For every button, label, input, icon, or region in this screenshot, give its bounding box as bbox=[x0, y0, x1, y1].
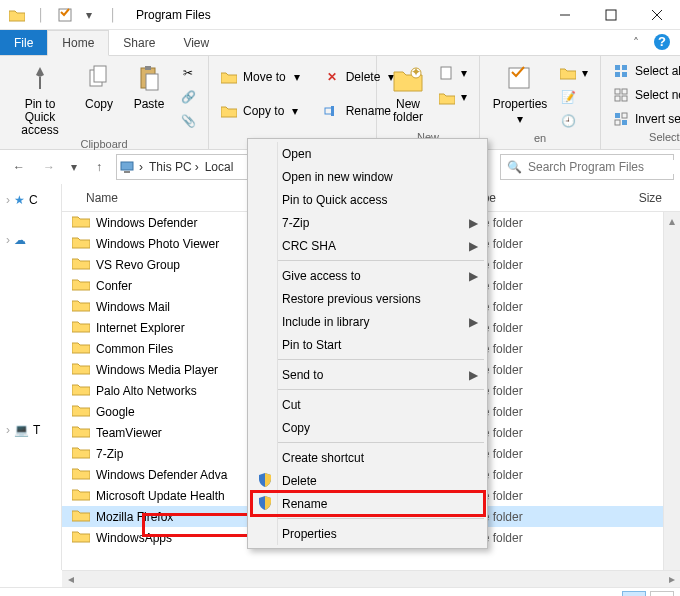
tab-home[interactable]: Home bbox=[47, 30, 109, 56]
menu-item[interactable]: Create shortcut bbox=[252, 446, 484, 469]
menu-item[interactable]: Cut bbox=[252, 393, 484, 416]
new-folder-button[interactable]: ✦ New folder bbox=[385, 60, 431, 124]
svg-rect-27 bbox=[121, 162, 133, 170]
qat-dropdown-icon[interactable]: ▾ bbox=[80, 4, 98, 26]
scroll-left-icon[interactable]: ◂ bbox=[62, 571, 79, 587]
tab-view[interactable]: View bbox=[169, 30, 223, 55]
tab-file[interactable]: File bbox=[0, 30, 47, 55]
move-to-button[interactable]: Move to▾ bbox=[217, 66, 304, 88]
collapse-ribbon-icon[interactable]: ˄ bbox=[622, 30, 650, 55]
cut-button[interactable]: ✂ bbox=[176, 62, 200, 84]
open-button[interactable]: ▾ bbox=[556, 62, 592, 84]
menu-label: Restore previous versions bbox=[282, 292, 421, 306]
copy-to-button[interactable]: Copy to▾ bbox=[217, 100, 304, 122]
group-new: ✦ New folder ▾ ▾ New bbox=[377, 56, 480, 149]
menu-label: CRC SHA bbox=[282, 239, 336, 253]
pin-label: Pin to Quick access bbox=[8, 98, 72, 138]
recent-locations-button[interactable]: ▾ bbox=[66, 154, 82, 180]
menu-item[interactable]: Rename bbox=[252, 492, 484, 515]
menu-separator bbox=[278, 389, 484, 390]
copy-path-button[interactable]: 🔗 bbox=[176, 86, 200, 108]
search-input[interactable] bbox=[528, 160, 678, 174]
menu-item[interactable]: Open in new window bbox=[252, 165, 484, 188]
folder-icon bbox=[72, 445, 90, 462]
select-all-button[interactable]: Select all bbox=[609, 60, 680, 82]
menu-item[interactable]: Properties bbox=[252, 522, 484, 545]
tab-share[interactable]: Share bbox=[109, 30, 169, 55]
star-icon: ★ bbox=[14, 193, 25, 207]
crumb-this-pc[interactable]: This PC › bbox=[146, 160, 202, 174]
paste-button[interactable]: Paste bbox=[126, 60, 172, 111]
menu-item[interactable]: Copy bbox=[252, 416, 484, 439]
tree-onedrive[interactable]: ›☁ bbox=[2, 230, 59, 250]
menu-item[interactable]: CRC SHA▶ bbox=[252, 234, 484, 257]
horizontal-scrollbar[interactable]: ◂ ▸ bbox=[62, 570, 680, 587]
address-bar[interactable]: › This PC › Local bbox=[116, 154, 248, 180]
tree-this-pc[interactable]: ›💻T bbox=[2, 420, 59, 440]
file-name: Palo Alto Networks bbox=[96, 384, 197, 398]
easy-access-button[interactable]: ▾ bbox=[435, 86, 471, 108]
file-name: Microsoft Update Health bbox=[96, 489, 225, 503]
menu-label: Delete bbox=[282, 474, 317, 488]
edit-button[interactable]: 📝 bbox=[556, 86, 592, 108]
menu-label: 7-Zip bbox=[282, 216, 309, 230]
svg-rect-10 bbox=[331, 106, 334, 116]
menu-item[interactable]: Open bbox=[252, 142, 484, 165]
copy-button[interactable]: Copy bbox=[76, 60, 122, 111]
menu-label: Send to bbox=[282, 368, 323, 382]
pin-to-quick-access-button[interactable]: Pin to Quick access bbox=[8, 60, 72, 138]
menu-item[interactable]: 7-Zip▶ bbox=[252, 211, 484, 234]
chevron-right-icon: ▶ bbox=[469, 368, 478, 382]
menu-label: Pin to Start bbox=[282, 338, 341, 352]
folder-icon bbox=[72, 382, 90, 399]
menu-item[interactable]: Delete bbox=[252, 469, 484, 492]
col-size[interactable]: Size bbox=[578, 191, 680, 205]
svg-rect-19 bbox=[615, 89, 620, 94]
scroll-up-icon[interactable]: ▴ bbox=[664, 212, 680, 229]
crumb-pc[interactable]: › bbox=[117, 160, 146, 174]
folder-icon bbox=[72, 235, 90, 252]
large-icons-view-button[interactable] bbox=[650, 591, 674, 597]
minimize-button[interactable] bbox=[542, 0, 588, 30]
crumb-drive[interactable]: Local bbox=[202, 160, 237, 174]
invert-selection-icon bbox=[613, 112, 629, 126]
svg-text:✦: ✦ bbox=[411, 65, 421, 79]
search-box[interactable]: 🔍 bbox=[500, 154, 674, 180]
properties-icon[interactable] bbox=[56, 4, 74, 26]
scroll-right-icon[interactable]: ▸ bbox=[663, 571, 680, 587]
file-name: Windows Defender Adva bbox=[96, 468, 227, 482]
svg-rect-24 bbox=[622, 113, 627, 118]
file-name: VS Revo Group bbox=[96, 258, 180, 272]
help-icon[interactable]: ? bbox=[650, 30, 674, 54]
paste-shortcut-button[interactable]: 📎 bbox=[176, 110, 200, 132]
menu-item[interactable]: Give access to▶ bbox=[252, 264, 484, 287]
menu-item[interactable]: Pin to Start bbox=[252, 333, 484, 356]
up-button[interactable]: ↑ bbox=[86, 154, 112, 180]
pc-icon: 💻 bbox=[14, 423, 29, 437]
group-organize: Move to▾ Copy to▾ ✕Delete▾ Rename bbox=[209, 56, 377, 149]
cloud-icon: ☁ bbox=[14, 233, 26, 247]
new-item-button[interactable]: ▾ bbox=[435, 62, 471, 84]
delete-icon: ✕ bbox=[324, 70, 340, 84]
back-button[interactable]: ← bbox=[6, 154, 32, 180]
nav-tree[interactable]: ›★C ›☁ ›💻T bbox=[0, 184, 62, 570]
menu-item[interactable]: Restore previous versions bbox=[252, 287, 484, 310]
menu-item[interactable]: Pin to Quick access bbox=[252, 188, 484, 211]
forward-button[interactable]: → bbox=[36, 154, 62, 180]
svg-rect-18 bbox=[622, 72, 627, 77]
details-view-button[interactable] bbox=[622, 591, 646, 597]
svg-rect-8 bbox=[146, 74, 158, 90]
select-none-button[interactable]: Select none bbox=[609, 84, 680, 106]
chevron-right-icon: ▶ bbox=[469, 239, 478, 253]
close-button[interactable] bbox=[634, 0, 680, 30]
menu-item[interactable]: Include in library▶ bbox=[252, 310, 484, 333]
vertical-scrollbar[interactable]: ▴ bbox=[663, 212, 680, 570]
ribbon: Pin to Quick access Copy Paste ✂ 🔗 📎 Cli… bbox=[0, 56, 680, 150]
tree-quick-access[interactable]: ›★C bbox=[2, 190, 59, 210]
maximize-button[interactable] bbox=[588, 0, 634, 30]
path-icon: 🔗 bbox=[180, 90, 196, 104]
menu-item[interactable]: Send to▶ bbox=[252, 363, 484, 386]
history-button[interactable]: 🕘 bbox=[556, 110, 592, 132]
invert-selection-button[interactable]: Invert selection bbox=[609, 108, 680, 130]
properties-button[interactable]: Properties▾ bbox=[488, 60, 552, 126]
